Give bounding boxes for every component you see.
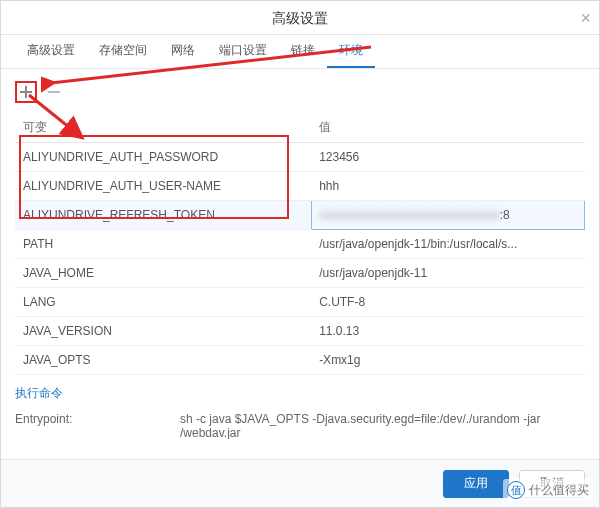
env-var-value[interactable]: C.UTF-8 (311, 288, 584, 317)
apply-button[interactable]: 应用 (443, 470, 509, 498)
dialog-titlebar: 高级设置 × (1, 1, 599, 35)
env-var-value[interactable]: 123456 (311, 143, 584, 172)
redacted-token: xxxxxxxxxxxxxxxxxxxxxxxxxxxxxx (320, 208, 500, 222)
exec-section-label: 执行命令 (15, 375, 585, 408)
table-row[interactable]: ALIYUNDRIVE_AUTH_USER-NAME hhh (15, 172, 585, 201)
table-row[interactable]: JAVA_HOME /usr/java/openjdk-11 (15, 259, 585, 288)
env-var-name[interactable]: PATH (15, 230, 311, 259)
table-row[interactable]: JAVA_VERSION 11.0.13 (15, 317, 585, 346)
env-var-value[interactable]: -Xmx1g (311, 346, 584, 375)
env-var-value[interactable]: xxxxxxxxxxxxxxxxxxxxxxxxxxxxxx:8 (311, 201, 584, 230)
content-area: 可变 值 ALIYUNDRIVE_AUTH_PASSWORD 123456 AL… (1, 69, 599, 439)
env-col-value[interactable]: 值 (311, 113, 584, 143)
add-variable-button[interactable] (15, 81, 37, 103)
env-var-name[interactable]: ALIYUNDRIVE_AUTH_PASSWORD (15, 143, 311, 172)
env-var-name[interactable]: JAVA_VERSION (15, 317, 311, 346)
env-var-name[interactable]: LANG (15, 288, 311, 317)
entrypoint-label: Entrypoint: (15, 412, 180, 439)
cancel-button[interactable]: 取消 (519, 470, 585, 498)
env-var-value[interactable]: 11.0.13 (311, 317, 584, 346)
table-row[interactable]: LANG C.UTF-8 (15, 288, 585, 317)
env-col-variable[interactable]: 可变 (15, 113, 311, 143)
env-var-name[interactable]: JAVA_OPTS (15, 346, 311, 375)
close-icon[interactable]: × (580, 1, 591, 35)
entrypoint-value: sh -c java $JAVA_OPTS -Djava.security.eg… (180, 412, 585, 439)
advanced-settings-dialog: 高级设置 × 高级设置 存储空间 网络 端口设置 链接 环境 可变 值 (0, 0, 600, 508)
tab-environment[interactable]: 环境 (327, 34, 375, 68)
tab-advanced[interactable]: 高级设置 (15, 34, 87, 68)
tab-ports[interactable]: 端口设置 (207, 34, 279, 68)
env-var-name[interactable]: ALIYUNDRIVE_AUTH_USER-NAME (15, 172, 311, 201)
env-var-name[interactable]: JAVA_HOME (15, 259, 311, 288)
table-row[interactable]: PATH /usr/java/openjdk-11/bin:/usr/local… (15, 230, 585, 259)
env-toolbar (15, 79, 585, 113)
env-var-value[interactable]: /usr/java/openjdk-11 (311, 259, 584, 288)
dialog-footer: 应用 取消 (1, 459, 599, 507)
entrypoint-row: Entrypoint: sh -c java $JAVA_OPTS -Djava… (15, 408, 585, 439)
dialog-title: 高级设置 (272, 10, 328, 26)
tab-network[interactable]: 网络 (159, 34, 207, 68)
table-row[interactable]: JAVA_OPTS -Xmx1g (15, 346, 585, 375)
remove-variable-button[interactable] (43, 81, 65, 103)
env-var-value[interactable]: /usr/java/openjdk-11/bin:/usr/local/s... (311, 230, 584, 259)
env-var-value[interactable]: hhh (311, 172, 584, 201)
table-row[interactable]: ALIYUNDRIVE_AUTH_PASSWORD 123456 (15, 143, 585, 172)
tab-links[interactable]: 链接 (279, 34, 327, 68)
env-var-name[interactable]: ALIYUNDRIVE_REFRESH_TOKEN (15, 201, 311, 230)
env-variable-table: 可变 值 ALIYUNDRIVE_AUTH_PASSWORD 123456 AL… (15, 113, 585, 375)
table-row[interactable]: ALIYUNDRIVE_REFRESH_TOKEN xxxxxxxxxxxxxx… (15, 201, 585, 230)
tab-storage[interactable]: 存储空间 (87, 34, 159, 68)
tab-strip: 高级设置 存储空间 网络 端口设置 链接 环境 (1, 35, 599, 69)
